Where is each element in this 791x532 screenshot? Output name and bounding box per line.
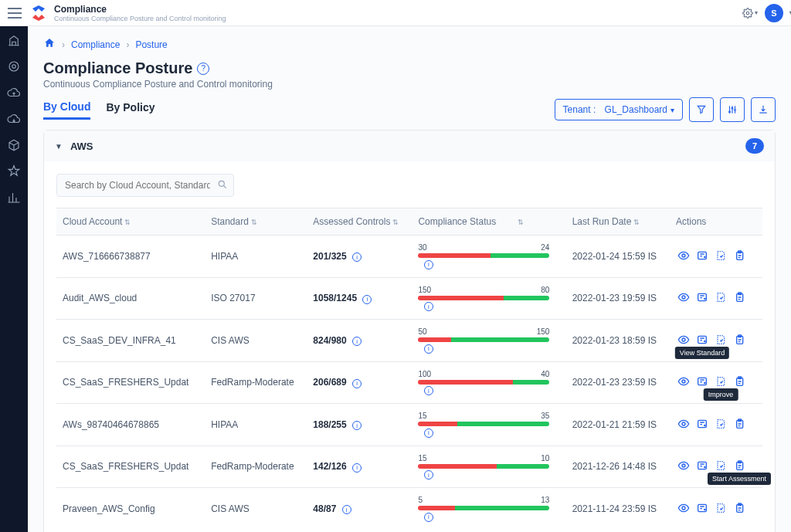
improve-icon[interactable] <box>713 501 728 515</box>
cell-standard: CIS AWS <box>205 320 307 362</box>
improve-icon[interactable] <box>713 417 728 431</box>
table-row: Audit_AWS_cloudISO 270171058/1245 i15080… <box>56 277 762 320</box>
info-icon[interactable]: i <box>424 429 433 438</box>
view-icon[interactable] <box>676 249 691 263</box>
col-assessed: Assessed Controls⇅ <box>307 208 412 236</box>
nav-governance[interactable] <box>6 32 22 48</box>
search-input[interactable] <box>56 174 234 197</box>
nav-cloud-down[interactable] <box>6 111 22 127</box>
view-standard-icon[interactable] <box>694 374 710 388</box>
clipboard-icon[interactable] <box>732 417 747 431</box>
improve-icon[interactable] <box>713 290 728 304</box>
info-icon[interactable]: i <box>352 337 362 346</box>
sort-icon[interactable]: ⇅ <box>124 219 131 226</box>
col-lastrun: Last Run Date⇅ <box>566 208 670 236</box>
info-icon[interactable]: i <box>352 252 362 262</box>
cell-actions <box>670 236 762 278</box>
clipboard-icon[interactable] <box>732 374 747 388</box>
svg-point-9 <box>704 256 705 257</box>
cell-actions <box>670 488 762 530</box>
tab-by-policy[interactable]: By Policy <box>106 101 154 118</box>
info-icon[interactable]: i <box>352 463 362 473</box>
view-standard-icon[interactable] <box>694 501 710 515</box>
info-icon[interactable]: i <box>424 344 433 354</box>
view-standard-icon[interactable] <box>694 459 710 473</box>
nav-target[interactable] <box>6 59 22 74</box>
breadcrumb-posture[interactable]: Posture <box>135 39 167 50</box>
sort-icon[interactable]: ⇅ <box>251 219 257 226</box>
section-aws-header[interactable]: ▼ AWS 7 <box>44 130 775 161</box>
sort-icon[interactable]: ⇅ <box>392 219 399 226</box>
info-icon[interactable]: i <box>362 295 372 304</box>
view-icon[interactable] <box>676 501 691 515</box>
info-icon[interactable]: i <box>424 513 433 522</box>
filter-button[interactable] <box>689 97 714 122</box>
svg-point-1 <box>9 62 19 71</box>
clipboard-icon[interactable]: Start Assessment <box>732 459 747 473</box>
hamburger-menu[interactable] <box>8 8 22 19</box>
nav-analytics[interactable] <box>6 190 22 205</box>
cell-status: 1535 i <box>412 404 565 446</box>
improve-icon[interactable] <box>713 249 728 263</box>
download-button[interactable] <box>751 97 776 122</box>
nav-star[interactable] <box>6 164 22 179</box>
info-icon[interactable]: i <box>424 386 433 395</box>
cell-status: 513 i <box>412 488 565 530</box>
table-row: CS_SaaS_FRESHERS_UpdatFedRamp-Moderate20… <box>56 361 762 404</box>
help-icon[interactable]: ? <box>197 63 209 75</box>
clipboard-icon[interactable] <box>732 501 747 515</box>
settings-button[interactable]: ▾ <box>742 5 759 22</box>
search-icon <box>217 179 228 192</box>
cell-lastrun: 2022-01-21 21:59 IS <box>566 404 670 446</box>
sort-icon[interactable]: ⇅ <box>518 219 524 226</box>
cell-standard: CIS AWS <box>205 488 307 530</box>
info-icon[interactable]: i <box>424 302 433 311</box>
filter-icon <box>696 104 707 115</box>
nav-cloud[interactable] <box>6 85 22 100</box>
info-icon[interactable]: i <box>352 379 362 388</box>
cell-lastrun: 2021-12-26 14:48 IS <box>566 446 670 488</box>
sort-icon[interactable]: ⇅ <box>633 219 640 226</box>
svg-point-37 <box>682 507 685 510</box>
top-bar: Compliance Continuous Compliance Posture… <box>0 0 791 26</box>
clipboard-icon[interactable] <box>732 290 747 304</box>
chevron-down-icon: ▾ <box>670 106 674 114</box>
view-standard-icon[interactable] <box>694 417 710 431</box>
cell-actions: Start Assessment <box>670 446 762 488</box>
view-icon[interactable] <box>676 333 691 347</box>
view-icon[interactable] <box>676 374 691 388</box>
view-standard-icon[interactable]: View Standard <box>694 333 710 347</box>
breadcrumb-compliance[interactable]: Compliance <box>71 39 120 50</box>
view-standard-icon[interactable] <box>694 290 710 304</box>
col-actions: Actions <box>670 208 762 236</box>
sliders-button[interactable] <box>720 97 745 122</box>
improve-icon[interactable]: Improve <box>713 374 728 388</box>
info-icon[interactable]: i <box>424 260 433 269</box>
improve-icon[interactable] <box>713 333 728 347</box>
caret-down-icon: ▼ <box>55 142 63 151</box>
svg-point-14 <box>704 299 705 300</box>
view-icon[interactable] <box>676 417 691 431</box>
cell-actions <box>670 404 762 446</box>
improve-icon[interactable] <box>713 459 728 473</box>
tooltip-view-standard: View Standard <box>675 347 729 359</box>
cell-account: CS_SaaS_DEV_INFRA_41 <box>56 320 205 362</box>
tab-by-cloud[interactable]: By Cloud <box>43 100 90 120</box>
tenant-selector[interactable]: Tenant : GL_Dashboard ▾ <box>555 99 683 120</box>
home-icon[interactable] <box>43 37 56 52</box>
svg-point-32 <box>682 464 685 467</box>
view-standard-icon[interactable] <box>694 249 710 263</box>
clipboard-icon[interactable] <box>732 333 747 347</box>
info-icon[interactable]: i <box>342 505 351 514</box>
nav-package[interactable] <box>6 137 22 153</box>
cell-assessed: 142/126 i <box>307 446 412 488</box>
page-subtitle: Continuous Compliance Posture and Contro… <box>43 79 776 90</box>
info-icon[interactable]: i <box>424 470 433 479</box>
cell-account: AWS_716666738877 <box>56 236 205 278</box>
clipboard-icon[interactable] <box>732 249 747 263</box>
view-icon[interactable] <box>676 459 691 473</box>
view-icon[interactable] <box>676 290 691 304</box>
info-icon[interactable]: i <box>352 421 362 430</box>
svg-point-39 <box>704 509 705 510</box>
user-avatar[interactable]: S▾ <box>765 4 783 22</box>
